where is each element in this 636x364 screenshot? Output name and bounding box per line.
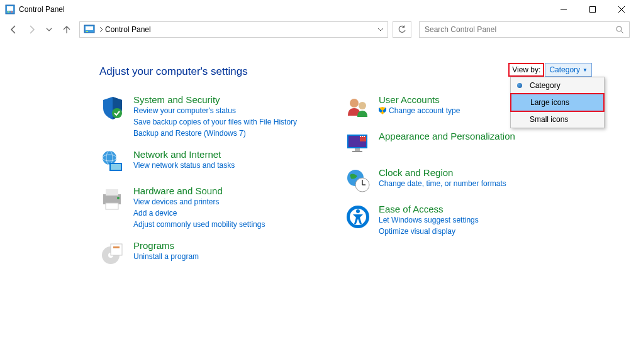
svg-point-13 xyxy=(112,108,122,118)
ease-of-access-icon xyxy=(345,204,371,230)
address-bar[interactable]: Control Panel xyxy=(79,21,388,38)
chevron-down-icon: ▼ xyxy=(583,67,588,73)
category-link[interactable]: Change date, time, or number formats xyxy=(379,178,506,189)
svg-point-27 xyxy=(350,99,359,108)
viewby-menu: Category Large icons Small icons xyxy=(510,77,605,128)
selected-bullet-icon xyxy=(517,83,522,88)
viewby-label-highlight: View by: xyxy=(508,63,544,77)
category-link[interactable]: Save backup copies of your files with Fi… xyxy=(133,116,297,128)
svg-rect-5 xyxy=(590,7,596,13)
svg-rect-36 xyxy=(352,151,362,152)
viewby-option-label: Large icons xyxy=(530,98,569,107)
category-network-internet: Network and Internet View network status… xyxy=(99,149,307,175)
maximize-button[interactable] xyxy=(578,0,607,19)
category-link[interactable]: Optimize visual display xyxy=(379,226,479,237)
svg-rect-9 xyxy=(86,26,93,30)
svg-rect-1 xyxy=(7,6,13,11)
search-box[interactable] xyxy=(419,21,630,38)
category-link[interactable]: Backup and Restore (Windows 7) xyxy=(133,128,297,139)
recent-locations-button[interactable] xyxy=(42,22,57,37)
minimize-button[interactable] xyxy=(549,0,578,19)
svg-rect-21 xyxy=(106,203,118,209)
category-link[interactable]: View devices and printers xyxy=(133,196,265,207)
svg-rect-25 xyxy=(111,244,122,255)
control-panel-app-icon xyxy=(5,4,15,14)
search-icon[interactable] xyxy=(615,25,624,34)
viewby-option-category[interactable]: Category xyxy=(511,77,604,94)
svg-rect-2 xyxy=(8,11,9,13)
up-button[interactable] xyxy=(59,22,74,37)
svg-rect-32 xyxy=(360,136,361,137)
forward-button[interactable] xyxy=(24,22,39,37)
viewby-option-large-icons-highlight: Large icons xyxy=(510,93,605,112)
viewby-dropdown[interactable]: Category ▼ xyxy=(545,63,592,77)
chevron-right-icon[interactable] xyxy=(99,26,104,33)
clock-globe-icon xyxy=(345,167,371,194)
viewby-option-label: Category xyxy=(530,81,561,90)
viewby-option-large-icons[interactable]: Large icons xyxy=(511,94,603,111)
category-clock-region: Clock and Region Change date, time, or n… xyxy=(345,167,552,194)
category-ease-of-access: Ease of Access Let Windows suggest setti… xyxy=(345,204,552,237)
svg-rect-33 xyxy=(362,136,363,137)
category-link[interactable]: Adjust commonly used mobility settings xyxy=(133,219,265,230)
programs-disc-icon xyxy=(99,240,126,267)
refresh-button[interactable] xyxy=(393,21,411,38)
svg-rect-18 xyxy=(111,164,121,170)
window-title: Control Panel xyxy=(19,5,65,14)
category-link[interactable]: Let Windows suggest settings xyxy=(379,214,479,226)
svg-rect-26 xyxy=(113,246,120,248)
svg-point-11 xyxy=(616,26,622,31)
category-title[interactable]: System and Security xyxy=(133,94,297,105)
search-input[interactable] xyxy=(425,25,615,34)
svg-point-28 xyxy=(359,102,366,109)
svg-rect-34 xyxy=(364,136,365,137)
category-title[interactable]: Ease of Access xyxy=(379,204,479,214)
user-accounts-icon xyxy=(345,94,371,121)
svg-line-12 xyxy=(621,31,623,33)
svg-rect-35 xyxy=(355,148,360,151)
address-history-button[interactable] xyxy=(377,26,384,33)
category-title[interactable]: Programs xyxy=(133,240,199,251)
viewby-control: View by: Category ▼ xyxy=(508,63,592,77)
category-title[interactable]: User Accounts xyxy=(379,94,460,105)
category-title[interactable]: Appearance and Personalization xyxy=(379,131,515,141)
category-title[interactable]: Clock and Region xyxy=(379,167,506,178)
viewby-option-small-icons[interactable]: Small icons xyxy=(511,111,604,128)
svg-rect-10 xyxy=(86,31,88,32)
svg-rect-20 xyxy=(106,189,118,196)
category-link[interactable]: Change account type xyxy=(379,105,460,116)
close-button[interactable] xyxy=(607,0,636,19)
category-link[interactable]: View network status and tasks xyxy=(133,160,235,171)
viewby-value: Category xyxy=(549,65,580,74)
control-panel-icon xyxy=(84,24,95,35)
globe-network-icon xyxy=(99,149,126,175)
breadcrumb-item[interactable]: Control Panel xyxy=(105,25,151,34)
category-hardware-sound: Hardware and Sound View devices and prin… xyxy=(99,185,307,230)
viewby-label: View by: xyxy=(512,65,540,74)
monitor-icon xyxy=(345,131,371,157)
svg-point-43 xyxy=(356,209,360,213)
category-title[interactable]: Hardware and Sound xyxy=(133,185,265,196)
titlebar: Control Panel xyxy=(0,0,636,19)
svg-point-22 xyxy=(117,197,120,199)
svg-point-14 xyxy=(103,151,116,165)
back-button[interactable] xyxy=(6,22,21,37)
printer-icon xyxy=(99,185,126,212)
category-title[interactable]: Network and Internet xyxy=(133,149,235,160)
category-system-security: System and Security Review your computer… xyxy=(99,94,307,139)
category-appearance: Appearance and Personalization xyxy=(345,131,552,157)
category-column-left: System and Security Review your computer… xyxy=(99,94,307,267)
viewby-option-label: Small icons xyxy=(530,115,568,124)
navigation-toolbar: Control Panel xyxy=(0,19,636,40)
category-link[interactable]: Uninstall a program xyxy=(133,251,199,262)
category-link[interactable]: Review your computer's status xyxy=(133,105,297,116)
svg-rect-3 xyxy=(11,11,13,13)
shield-icon xyxy=(99,94,126,121)
category-link[interactable]: Add a device xyxy=(133,207,265,219)
category-programs: Programs Uninstall a program xyxy=(99,240,307,267)
